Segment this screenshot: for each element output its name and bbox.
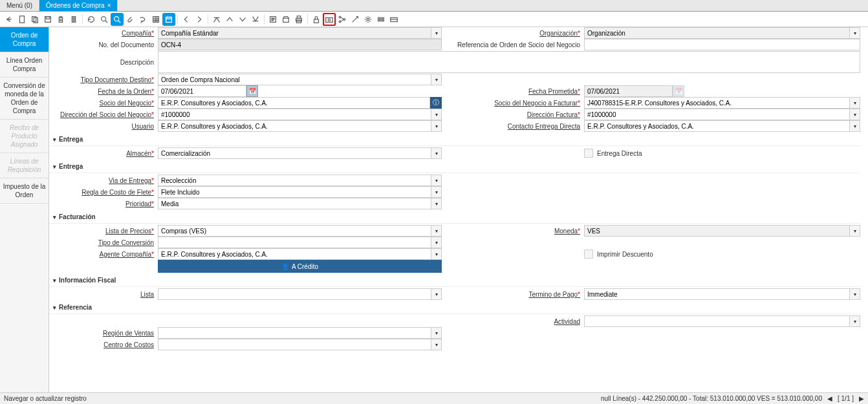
moneda-field[interactable] xyxy=(584,225,850,237)
socio-field[interactable] xyxy=(158,97,430,109)
gear-icon[interactable] xyxy=(362,13,374,26)
socio-facturar-field[interactable] xyxy=(584,97,850,109)
next-icon[interactable] xyxy=(193,13,206,26)
region-ventas-field[interactable] xyxy=(158,327,431,339)
dropdown-icon[interactable]: ▾ xyxy=(850,109,860,120)
delete-icon[interactable] xyxy=(54,13,67,26)
page-down-icon[interactable] xyxy=(236,13,249,26)
dropdown-icon[interactable]: ▾ xyxy=(850,315,860,327)
request-icon[interactable] xyxy=(349,13,362,26)
via-entrega-field[interactable] xyxy=(158,175,431,186)
copy-icon[interactable] xyxy=(28,13,41,26)
collapse-icon[interactable]: ▾ xyxy=(53,277,56,284)
refresh-icon[interactable] xyxy=(85,13,98,26)
agente-field[interactable] xyxy=(158,248,431,260)
dropdown-icon[interactable]: ▾ xyxy=(431,339,442,350)
workflow-icon[interactable] xyxy=(336,13,349,26)
attachment-icon[interactable] xyxy=(124,13,136,26)
dropdown-icon[interactable]: ▾ xyxy=(850,97,860,109)
dropdown-icon[interactable]: ▾ xyxy=(431,147,442,159)
dropdown-icon[interactable]: ▾ xyxy=(431,327,442,339)
no-documento-field[interactable] xyxy=(158,39,442,50)
compania-field[interactable] xyxy=(158,27,431,39)
label-tipo-doc: Tipo Documento Destino* xyxy=(49,76,158,83)
last-icon[interactable] xyxy=(249,13,262,26)
termino-pago-field[interactable] xyxy=(584,288,850,300)
snapshot-icon[interactable] xyxy=(323,13,336,26)
save-icon[interactable] xyxy=(41,13,54,26)
barcode-icon[interactable] xyxy=(374,13,387,26)
dropdown-icon[interactable]: ▾ xyxy=(431,109,442,120)
dropdown-icon[interactable]: ▾ xyxy=(431,186,442,198)
sidebar-item-linea-orden[interactable]: Línea Orden Compra xyxy=(0,52,49,78)
lock-icon[interactable] xyxy=(310,13,323,26)
calendar-icon[interactable] xyxy=(162,13,175,26)
sidebar-item-conversion-moneda[interactable]: Conversión de moneda de la Orden de Comp… xyxy=(0,78,49,120)
entrega-directa-checkbox[interactable] xyxy=(584,149,593,158)
zoom-icon[interactable] xyxy=(111,13,124,26)
dropdown-icon[interactable]: ▾ xyxy=(850,225,860,237)
dir-socio-field[interactable] xyxy=(158,109,431,120)
dropdown-icon[interactable]: ▾ xyxy=(431,74,442,85)
dropdown-icon[interactable]: ▾ xyxy=(850,288,860,300)
dropdown-icon[interactable]: ▾ xyxy=(431,248,442,260)
status-nav-prev[interactable]: ◀ xyxy=(827,395,832,402)
separator xyxy=(82,14,83,25)
first-icon[interactable] xyxy=(210,13,223,26)
print-icon[interactable] xyxy=(292,13,305,26)
tipo-doc-field[interactable] xyxy=(158,74,431,85)
collapse-icon[interactable]: ▾ xyxy=(53,304,56,311)
dir-factura-field[interactable] xyxy=(584,109,850,120)
tab-menu[interactable]: Menú (0) xyxy=(0,0,39,11)
sidebar-item-orden-compra[interactable]: Orden de Compra xyxy=(0,27,49,52)
contacto-field[interactable] xyxy=(584,120,850,132)
dropdown-icon[interactable]: ▾ xyxy=(431,198,442,209)
tab-ordenes-compra[interactable]: Órdenes de Compra × xyxy=(39,0,118,11)
card-icon[interactable] xyxy=(387,13,400,26)
remove-line-icon[interactable] xyxy=(67,13,80,26)
descripcion-field[interactable] xyxy=(158,51,860,73)
label-imprimir-descuento: Imprimir Descuento xyxy=(597,251,653,258)
collapse-icon[interactable]: ▾ xyxy=(53,214,56,220)
svg-rect-10 xyxy=(166,17,172,22)
collapse-icon[interactable]: ▾ xyxy=(53,136,56,143)
fecha-orden-field[interactable] xyxy=(158,85,246,97)
prev-icon[interactable] xyxy=(180,13,193,26)
imprimir-descuento-checkbox[interactable] xyxy=(584,250,593,259)
new-doc-icon[interactable] xyxy=(16,13,28,26)
dropdown-icon[interactable]: ▾ xyxy=(431,237,442,248)
dropdown-icon[interactable]: ▾ xyxy=(850,27,860,39)
almacen-field[interactable] xyxy=(158,147,431,159)
centro-costos-field[interactable] xyxy=(158,339,431,350)
report-icon[interactable] xyxy=(266,13,279,26)
info-icon[interactable]: ⓘ xyxy=(430,97,442,109)
collapse-icon[interactable]: ▾ xyxy=(53,164,56,170)
prioridad-field[interactable] xyxy=(158,198,431,209)
sidebar-item-impuesto-orden[interactable]: Impuesto de la Orden xyxy=(0,178,49,204)
organizacion-field[interactable] xyxy=(584,27,850,39)
actividad-field[interactable] xyxy=(584,315,850,327)
chat-icon[interactable] xyxy=(136,13,149,26)
undo-icon[interactable] xyxy=(3,13,16,26)
lista-field[interactable] xyxy=(158,288,431,300)
dropdown-icon[interactable]: ▾ xyxy=(850,120,860,132)
dropdown-icon[interactable]: ▾ xyxy=(431,120,442,132)
dropdown-icon[interactable]: ▾ xyxy=(431,175,442,186)
calendar-icon[interactable]: 📅 xyxy=(246,85,258,97)
fecha-prometida-field[interactable] xyxy=(584,85,673,97)
grid-icon[interactable] xyxy=(149,13,162,26)
dropdown-icon[interactable]: ▾ xyxy=(431,27,442,39)
tipo-conversion-field[interactable] xyxy=(158,237,431,248)
usuario-field[interactable] xyxy=(158,120,431,132)
ref-socio-field[interactable] xyxy=(584,39,860,50)
dropdown-icon[interactable]: ▾ xyxy=(431,225,442,237)
search-icon[interactable] xyxy=(98,13,111,26)
regla-flete-field[interactable] xyxy=(158,186,431,198)
a-credito-button[interactable]: 👤 A Crédito xyxy=(158,260,442,273)
close-icon[interactable]: × xyxy=(107,2,111,9)
archive-icon[interactable] xyxy=(279,13,292,26)
status-nav-next[interactable]: ▶ xyxy=(859,395,864,402)
lista-precios-field[interactable] xyxy=(158,225,431,237)
dropdown-icon[interactable]: ▾ xyxy=(431,288,442,300)
page-up-icon[interactable] xyxy=(223,13,236,26)
